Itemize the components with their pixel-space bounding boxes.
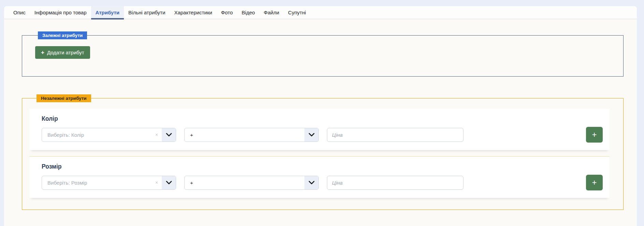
add-value-button[interactable]: +	[586, 127, 603, 143]
attribute-select[interactable]: Виберіть: Колір ×	[42, 128, 176, 142]
tab-attributes[interactable]: Атрибути	[91, 6, 124, 19]
add-attribute-button[interactable]: + Додати атрибут	[35, 46, 90, 59]
chevron-down-icon[interactable]	[162, 128, 176, 142]
tab-product-info[interactable]: Інформація про товар	[30, 6, 91, 19]
value-select-text: +	[185, 132, 304, 138]
clear-icon[interactable]: ×	[155, 180, 162, 185]
price-input[interactable]	[327, 128, 463, 142]
attribute-row-title: Колір	[42, 115, 603, 122]
attribute-row-controls: Виберіть: Розмір × + +	[42, 175, 603, 190]
attribute-row-title: Розмір	[42, 163, 603, 170]
tab-characteristics[interactable]: Характеристики	[170, 6, 216, 19]
tab-related[interactable]: Супутні	[284, 6, 310, 19]
chevron-down-icon[interactable]	[162, 176, 176, 189]
price-input[interactable]	[327, 176, 463, 190]
dependent-attributes-badge: Залежні атрибути	[38, 31, 87, 39]
independent-attributes-fieldset: Незалежні атрибути Колір Виберіть: Колір…	[22, 98, 624, 210]
attribute-select[interactable]: Виберіть: Розмір ×	[42, 176, 176, 190]
tab-files[interactable]: Файли	[259, 6, 284, 19]
independent-attributes-badge: Незалежні атрибути	[37, 94, 91, 102]
value-select-text: +	[185, 180, 304, 186]
tab-video[interactable]: Відео	[237, 6, 259, 19]
dependent-attributes-fieldset: Залежні атрибути + Додати атрибут	[22, 35, 624, 77]
add-attribute-label: Додати атрибут	[47, 50, 84, 55]
clear-icon[interactable]: ×	[155, 132, 162, 137]
value-select[interactable]: +	[184, 128, 319, 142]
attributes-content: Залежні атрибути + Додати атрибут Незале…	[4, 19, 637, 210]
attribute-row-color: Колір Виберіть: Колір × +	[29, 109, 610, 150]
attribute-select-placeholder: Виберіть: Розмір	[42, 180, 155, 186]
attribute-select-placeholder: Виберіть: Колір	[42, 132, 155, 138]
add-value-button[interactable]: +	[586, 175, 603, 190]
chevron-down-icon[interactable]	[304, 128, 318, 142]
value-select[interactable]: +	[184, 176, 319, 190]
tab-opys[interactable]: Опис	[9, 6, 30, 19]
chevron-down-icon[interactable]	[304, 176, 318, 189]
attribute-row-controls: Виберіть: Колір × + +	[42, 127, 603, 143]
attribute-row-size: Розмір Виберіть: Розмір × +	[29, 157, 610, 198]
plus-icon: +	[41, 50, 44, 55]
content-panel: Опис Інформація про товар Атрибути Вільн…	[4, 6, 637, 226]
product-tabs: Опис Інформація про товар Атрибути Вільн…	[4, 6, 637, 19]
tab-photo[interactable]: Фото	[217, 6, 237, 19]
tab-free-attributes[interactable]: Вільні атрибути	[124, 6, 170, 19]
